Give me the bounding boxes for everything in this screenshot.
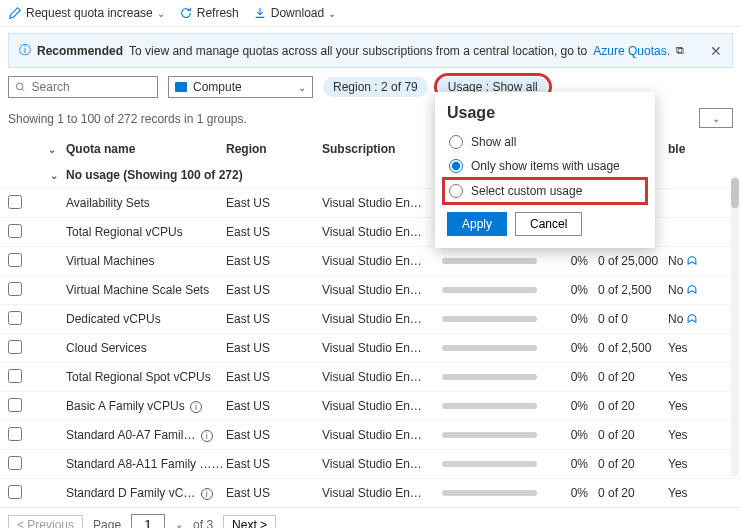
request-quota-increase-button[interactable]: Request quota increase ⌄ bbox=[8, 6, 165, 20]
adjustable-cell: Yes bbox=[668, 399, 708, 413]
row-checkbox[interactable] bbox=[8, 456, 22, 470]
option-label: Show all bbox=[471, 135, 516, 149]
vertical-scrollbar[interactable] bbox=[731, 176, 739, 476]
header-quota-name[interactable]: Quota name bbox=[66, 142, 226, 156]
row-checkbox[interactable] bbox=[8, 427, 22, 441]
header-region[interactable]: Region bbox=[226, 142, 322, 156]
pager: < Previous Page ⌄ of 3 Next > bbox=[0, 507, 741, 528]
download-button[interactable]: Download ⌄ bbox=[253, 6, 336, 20]
chevron-down-icon[interactable]: ⌄ bbox=[48, 144, 56, 155]
usage-filter-popup: Usage Show all Only show items with usag… bbox=[435, 92, 655, 248]
adjustable-cell: Yes bbox=[668, 457, 708, 471]
usage-bar bbox=[442, 432, 537, 438]
row-checkbox[interactable] bbox=[8, 340, 22, 354]
percent-cell: 0% bbox=[552, 457, 588, 471]
usage-cell: 0 of 20 bbox=[588, 486, 668, 500]
info-icon[interactable]: i bbox=[201, 488, 213, 500]
person-icon[interactable]: ᗣ bbox=[687, 312, 697, 326]
info-icon[interactable]: i bbox=[217, 459, 226, 471]
row-checkbox[interactable] bbox=[8, 485, 22, 499]
row-checkbox[interactable] bbox=[8, 398, 22, 412]
person-icon[interactable]: ᗣ bbox=[687, 283, 697, 297]
quota-name-cell: Standard A8-A11 Family … i bbox=[66, 457, 226, 471]
row-checkbox[interactable] bbox=[8, 195, 22, 209]
table-row[interactable]: Virtual Machine Scale SetsEast USVisual … bbox=[0, 275, 741, 304]
table-row[interactable]: Total Regional Spot vCPUsEast USVisual S… bbox=[0, 362, 741, 391]
percent-cell: 0% bbox=[552, 341, 588, 355]
previous-page-button[interactable]: < Previous bbox=[8, 515, 83, 529]
usage-cell: 0 of 20 bbox=[588, 428, 668, 442]
adjustable-cell: Yes bbox=[668, 341, 708, 355]
subscription-cell: Visual Studio En… bbox=[322, 254, 442, 268]
label: Download bbox=[271, 6, 324, 20]
download-icon bbox=[253, 6, 267, 20]
region-filter-pill[interactable]: Region : 2 of 79 bbox=[323, 77, 428, 97]
row-checkbox[interactable] bbox=[8, 311, 22, 325]
subscription-cell: Visual Studio En… bbox=[322, 428, 442, 442]
external-link-icon: ⧉ bbox=[676, 44, 684, 57]
table-row[interactable]: Basic A Family vCPUs iEast USVisual Stud… bbox=[0, 391, 741, 420]
region-cell: East US bbox=[226, 254, 322, 268]
percent-cell: 0% bbox=[552, 254, 588, 268]
popup-title: Usage bbox=[447, 104, 643, 122]
table-row[interactable]: Dedicated vCPUsEast USVisual Studio En…0… bbox=[0, 304, 741, 333]
radio-input[interactable] bbox=[449, 135, 463, 149]
table-row[interactable]: Standard D Family vC… iEast USVisual Stu… bbox=[0, 478, 741, 507]
refresh-icon bbox=[179, 6, 193, 20]
usage-option-show-all[interactable]: Show all bbox=[447, 130, 643, 154]
page-input[interactable] bbox=[131, 514, 165, 528]
banner-text: To view and manage quotas across all you… bbox=[129, 44, 587, 58]
subscription-cell: Visual Studio En… bbox=[322, 283, 442, 297]
subscription-cell: Visual Studio En… bbox=[322, 225, 442, 239]
usage-bar bbox=[442, 374, 537, 380]
radio-input[interactable] bbox=[449, 184, 463, 198]
info-icon[interactable]: i bbox=[190, 401, 202, 413]
info-icon[interactable]: i bbox=[201, 430, 213, 442]
row-checkbox[interactable] bbox=[8, 224, 22, 238]
table-row[interactable]: Standard A0-A7 Famil… iEast USVisual Stu… bbox=[0, 420, 741, 449]
percent-cell: 0% bbox=[552, 399, 588, 413]
apply-button[interactable]: Apply bbox=[447, 212, 507, 236]
chevron-down-icon[interactable]: ⌄ bbox=[175, 519, 183, 528]
person-icon[interactable]: ᗣ bbox=[687, 254, 697, 268]
row-checkbox[interactable] bbox=[8, 282, 22, 296]
adjustable-cell: Yes bbox=[668, 370, 708, 384]
subscription-cell: Visual Studio En… bbox=[322, 196, 442, 210]
subscription-cell: Visual Studio En… bbox=[322, 457, 442, 471]
row-checkbox[interactable] bbox=[8, 253, 22, 267]
table-row[interactable]: Virtual MachinesEast USVisual Studio En…… bbox=[0, 246, 741, 275]
table-row[interactable]: Cloud ServicesEast USVisual Studio En…0%… bbox=[0, 333, 741, 362]
svg-point-0 bbox=[16, 83, 23, 90]
header-adjustable[interactable]: ble bbox=[668, 142, 708, 156]
row-checkbox[interactable] bbox=[8, 369, 22, 383]
usage-bar bbox=[442, 345, 537, 351]
azure-quotas-link[interactable]: Azure Quotas. bbox=[593, 44, 670, 58]
close-icon[interactable]: ✕ bbox=[710, 43, 722, 59]
table-row[interactable]: Standard A8-A11 Family … iEast USVisual … bbox=[0, 449, 741, 478]
search-icon bbox=[15, 81, 26, 93]
quota-name-cell: Basic A Family vCPUs i bbox=[66, 399, 226, 413]
usage-option-with-usage[interactable]: Only show items with usage bbox=[447, 154, 643, 178]
cancel-button[interactable]: Cancel bbox=[515, 212, 582, 236]
provider-dropdown[interactable]: Compute ⌄ bbox=[168, 76, 313, 98]
command-bar: Request quota increase ⌄ Refresh Downloa… bbox=[0, 0, 741, 27]
radio-input[interactable] bbox=[449, 159, 463, 173]
usage-bar bbox=[442, 403, 537, 409]
column-options-dropdown[interactable]: ⌄ bbox=[699, 108, 733, 128]
search-box[interactable] bbox=[8, 76, 158, 98]
popup-buttons: Apply Cancel bbox=[447, 212, 643, 236]
adjustable-cell: No ᗣ bbox=[668, 283, 708, 297]
search-input[interactable] bbox=[32, 80, 151, 94]
usage-cell: 0 of 2,500 bbox=[588, 341, 668, 355]
header-subscription[interactable]: Subscription bbox=[322, 142, 442, 156]
quota-name-cell: Dedicated vCPUs bbox=[66, 312, 226, 326]
scrollbar-thumb[interactable] bbox=[731, 178, 739, 208]
page-of-label: of 3 bbox=[193, 518, 213, 529]
quota-name-cell: Virtual Machine Scale Sets bbox=[66, 283, 226, 297]
usage-option-custom[interactable]: Select custom usage bbox=[445, 180, 645, 202]
next-page-button[interactable]: Next > bbox=[223, 515, 276, 529]
page-label: Page bbox=[93, 518, 121, 529]
subscription-cell: Visual Studio En… bbox=[322, 399, 442, 413]
refresh-button[interactable]: Refresh bbox=[179, 6, 239, 20]
subscription-cell: Visual Studio En… bbox=[322, 341, 442, 355]
